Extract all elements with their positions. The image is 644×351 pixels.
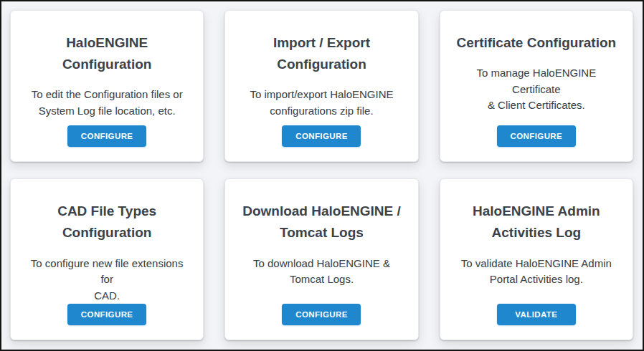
- card-title: Download HaloENGINE / Tomcat Logs: [242, 201, 401, 244]
- configure-button-haloengine[interactable]: CONFIGURE: [67, 125, 146, 147]
- card-download-haloengine-tomcat-logs: Download HaloENGINE / Tomcat Logs To dow…: [224, 178, 418, 340]
- validate-button-admin-activities[interactable]: VALIDATE: [497, 304, 576, 325]
- card-title: Import / Export Configuration: [273, 32, 370, 75]
- card-description: To configure new file extensions for CAD…: [27, 256, 187, 304]
- card-haloengine-configuration: HaloENGINE Configuration To edit the Con…: [10, 10, 204, 162]
- card-description: To import/export HaloENGINE configuratio…: [250, 87, 393, 119]
- card-title: HaloENGINE Admin Activities Log: [473, 201, 600, 244]
- card-description: To manage HaloENGINE Certificate & Clien…: [456, 65, 617, 114]
- configure-button-certificate[interactable]: CONFIGURE: [497, 125, 576, 147]
- card-description: To download HaloENGINE & Tomcat Logs.: [253, 256, 390, 288]
- card-import-export-configuration: Import / Export Configuration To import/…: [224, 10, 418, 162]
- configure-button-download-logs[interactable]: CONFIGURE: [282, 304, 361, 325]
- card-description: To validate HaloENGINE Admin Portal Acti…: [461, 256, 612, 288]
- configure-button-import-export[interactable]: CONFIGURE: [282, 125, 361, 147]
- card-cad-file-types-configuration: CAD File Types Configuration To configur…: [10, 178, 204, 340]
- card-title: HaloENGINE Configuration: [62, 32, 152, 75]
- card-title: Certificate Configuration: [456, 32, 616, 54]
- card-description: To edit the Configuration files or Syste…: [32, 87, 183, 119]
- card-certificate-configuration: Certificate Configuration To manage Halo…: [440, 10, 633, 162]
- configure-button-cad-file-types[interactable]: CONFIGURE: [67, 304, 146, 325]
- card-title: CAD File Types Configuration: [57, 201, 156, 244]
- card-haloengine-admin-activities-log: HaloENGINE Admin Activities Log To valid…: [440, 178, 633, 340]
- card-grid: HaloENGINE Configuration To edit the Con…: [1, 1, 643, 350]
